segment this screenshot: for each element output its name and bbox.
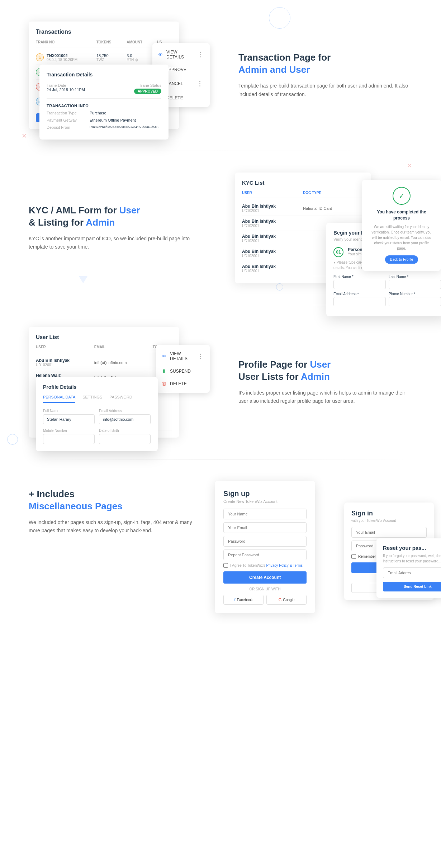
last-name-input[interactable] — [389, 280, 441, 289]
tx-tokens: 18,750 — [96, 53, 127, 58]
signup-password-input[interactable] — [223, 536, 307, 547]
dob-input[interactable] — [99, 434, 151, 444]
trane-status-label: Trane Status — [134, 83, 161, 88]
fullname-input[interactable] — [43, 414, 95, 424]
kyc-title-user: User — [119, 205, 140, 216]
kyc-complete-overlay: ✓ You have completed the process We are … — [362, 180, 441, 271]
submenu-dots-3[interactable] — [197, 352, 204, 360]
tx-date: 08 Jul, 18 10:20PM — [47, 58, 77, 62]
terms-checkbox[interactable] — [223, 563, 228, 568]
kyc-complete-title: You have completed the process — [369, 209, 434, 221]
kyc-col-user: USER — [242, 191, 303, 195]
section3-highlight1: User — [310, 359, 331, 370]
section4-left: + Includes Miscellaneous Pages We includ… — [29, 481, 193, 535]
remember-checkbox[interactable] — [351, 554, 356, 559]
signin-title: Sign in — [351, 510, 427, 517]
payment-value: Ethereum Offline Payment — [90, 118, 136, 122]
tab-personal-data[interactable]: PERSONAL DATA — [43, 395, 75, 403]
kyc-doc-type: National ID Card — [303, 206, 364, 211]
user-table-header: USER EMAIL TO... — [36, 345, 172, 352]
col-tokens: TOKENS — [96, 40, 127, 44]
tab-password[interactable]: PASSWORD — [109, 395, 132, 403]
col-user: USER — [36, 345, 94, 349]
email-input[interactable] — [333, 297, 386, 306]
section3-highlight2: Admin — [301, 371, 330, 382]
signup-repeat-password-input[interactable] — [223, 549, 307, 560]
section1-right: Transaction Page for Admin and User Temp… — [224, 52, 412, 99]
pause-icon: ⏸ — [162, 368, 166, 374]
signin-email-input[interactable] — [351, 527, 427, 538]
facebook-icon: f — [234, 598, 236, 602]
section3-right: Profile Page for User User Lists for Adm… — [224, 359, 412, 406]
phone-input[interactable] — [389, 297, 441, 306]
section1-title-line1: Transaction Page for — [238, 52, 331, 63]
user-email: info(at)softnio.com — [94, 360, 153, 365]
create-account-button[interactable]: Create Account — [223, 571, 307, 584]
menu-view-label: VIEW DETAILS — [170, 351, 194, 361]
kyc-user-id: UD102001 — [242, 209, 303, 213]
menu-item-suspend[interactable]: ⏸ SUSPEND — [156, 365, 210, 377]
menu-item-view[interactable]: 👁 VIEW DETAILS — [152, 46, 210, 63]
transaction-details-popup: Transaction Details Trane Date 24 Jul, 2… — [39, 65, 169, 140]
col-email: EMAIL — [94, 345, 153, 349]
table-row: Abu Bin Ishtiyak UD102001 info(at)softni… — [36, 355, 172, 370]
kyc-user-id: UD102001 — [242, 224, 303, 228]
profile-title: Profile Details — [43, 384, 151, 390]
table-row: ⊙ TNX001002 08 Jul, 18 10:20PM 18,750 TW… — [36, 50, 172, 65]
privacy-policy-link[interactable]: Privacy Policy & Terms. — [266, 563, 304, 567]
first-name-input[interactable] — [333, 280, 386, 289]
user-name: Abu Bin Ishtiyak — [36, 358, 94, 363]
tx-table-header: TRANX NO TOKENS AMOUNT US — [36, 40, 172, 47]
menu-item-delete-label: DELETE — [166, 95, 183, 100]
google-signup-button[interactable]: G Google — [266, 595, 307, 605]
tx-deposit-row: Deposit From 0xa87d264f93592005810653734… — [47, 125, 161, 129]
mobile-input[interactable] — [43, 434, 95, 444]
fullname-label: Full Name — [43, 409, 95, 413]
submenu-dots-2[interactable] — [195, 79, 204, 88]
terms-checkbox-row: I Agree To TokenWiz's Privacy Policy & T… — [223, 563, 307, 568]
user-list-title: User List — [36, 334, 172, 340]
check-circle-icon: ✓ — [393, 187, 411, 205]
tab-settings[interactable]: SETTINGS — [82, 395, 102, 403]
section3-title: Profile Page for User User Lists for Adm… — [238, 359, 412, 383]
deco-circle-3 — [7, 434, 18, 445]
section3-description: It's includes proper user listing page w… — [238, 389, 412, 406]
deco-circle-2 — [276, 283, 283, 291]
back-to-profile-button[interactable]: Back to Profile — [385, 255, 418, 264]
or-signup-text: OR SIGN UP WITH — [223, 587, 307, 591]
section4-title: + Includes Miscellaneous Pages — [29, 488, 193, 513]
tx-details-title: Transaction Details — [47, 72, 161, 77]
submenu-dots[interactable] — [196, 50, 204, 59]
signup-name-input[interactable] — [223, 509, 307, 519]
send-reset-link-button[interactable]: Send Reset Link — [383, 582, 441, 591]
profile-details-popup: Profile Details PERSONAL DATA SETTINGS P… — [36, 377, 158, 451]
trane-date-value: 24 Jul, 2018 10:11PM — [47, 88, 85, 92]
section-kyc: ✕ KYC / AML Form for User & Listing for … — [0, 151, 441, 305]
deco-x-2: ✕ — [407, 162, 412, 170]
section3-title-line1: Profile Page for — [238, 359, 307, 370]
section-transactions: ✕ + Transactions TRANX NO TOKENS AMOUNT … — [0, 0, 441, 151]
facebook-signup-button[interactable]: f Facebook — [223, 595, 264, 605]
menu-item-delete[interactable]: 🗑 DELETE — [156, 377, 210, 390]
deco-x-1: ✕ — [22, 132, 27, 140]
menu-item-approve-label: APPROVE — [166, 67, 186, 72]
deposit-label: Deposit From — [47, 125, 90, 129]
email-label: Email Address * — [333, 292, 386, 296]
menu-item-view-details[interactable]: 👁 VIEW DETAILS — [156, 348, 210, 365]
first-name-label: First Name * — [333, 275, 386, 279]
trane-date-label: Trane Date — [47, 83, 85, 88]
tx-payment-row: Payment Getway Ethereum Offline Payment — [47, 118, 161, 122]
phone-label: Phone Number * — [389, 292, 441, 296]
signin-subtitle: with your TokenWiz Account — [351, 519, 427, 523]
deco-tri-1 — [79, 276, 87, 283]
kyc-col-doctype: DOC TYPE — [303, 191, 364, 195]
tx-info-type-row: Transaction Type Purchase — [47, 111, 161, 115]
user-context-menu: 👁 VIEW DETAILS ⏸ SUSPEND 🗑 DELETE — [156, 345, 210, 393]
section1-title-highlight: Admin and User — [238, 64, 310, 75]
list-item: Abu Bin Ishtiyak UD102001 National ID Ca… — [242, 201, 364, 216]
email-address-input[interactable] — [99, 414, 151, 424]
reset-email-input[interactable] — [383, 567, 441, 578]
section-misc: + Includes Miscellaneous Pages We includ… — [0, 459, 441, 635]
signup-email-input[interactable] — [223, 522, 307, 533]
reset-title: Reset your pas... — [383, 545, 441, 551]
